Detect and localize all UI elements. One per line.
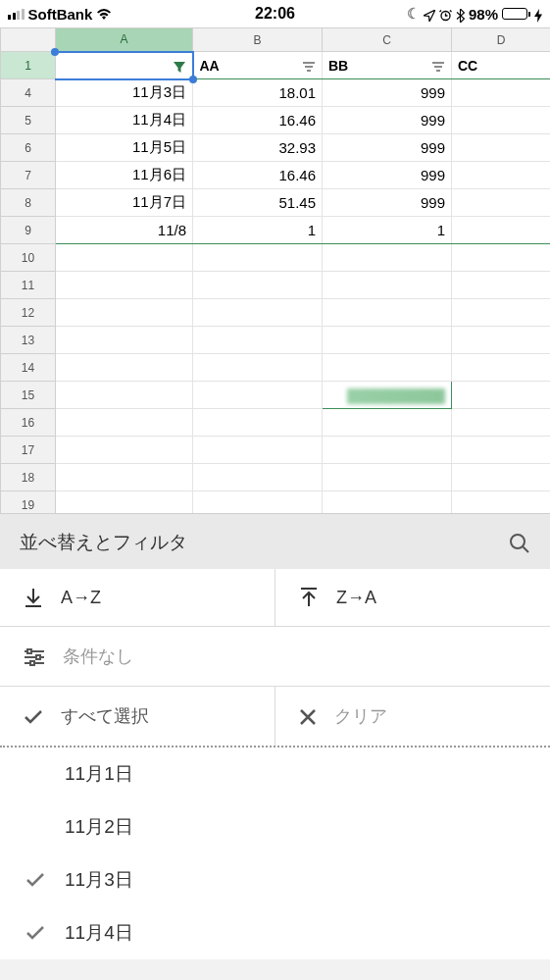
row-header[interactable]: 18 bbox=[1, 464, 56, 491]
clear-button[interactable]: クリア bbox=[275, 687, 550, 746]
cell[interactable] bbox=[56, 299, 193, 327]
row-header[interactable]: 11 bbox=[1, 272, 56, 299]
cell[interactable] bbox=[323, 464, 452, 491]
row-header[interactable]: 9 bbox=[1, 217, 56, 244]
cell[interactable]: 51.45 bbox=[193, 189, 323, 217]
cell[interactable] bbox=[452, 437, 551, 464]
cell-d1[interactable]: CC bbox=[452, 52, 551, 79]
cell[interactable] bbox=[452, 107, 551, 134]
cell[interactable] bbox=[323, 437, 452, 464]
row-header[interactable]: 19 bbox=[1, 491, 56, 514]
row-header[interactable]: 15 bbox=[1, 382, 56, 409]
cell[interactable] bbox=[323, 491, 452, 514]
cell[interactable] bbox=[193, 244, 323, 272]
cell[interactable] bbox=[56, 382, 193, 409]
cell[interactable]: 16.46 bbox=[193, 107, 323, 134]
cell[interactable] bbox=[56, 272, 193, 299]
filter-condition-button[interactable]: 条件なし bbox=[0, 627, 550, 687]
row-header[interactable]: 17 bbox=[1, 437, 56, 464]
cell[interactable] bbox=[452, 217, 551, 244]
cell[interactable]: 18.01 bbox=[193, 79, 323, 107]
cell[interactable] bbox=[56, 464, 193, 491]
col-header-c[interactable]: C bbox=[323, 28, 452, 52]
cell[interactable] bbox=[56, 244, 193, 272]
cell[interactable] bbox=[56, 491, 193, 514]
cell-a1[interactable] bbox=[56, 52, 193, 79]
filter-funnel-icon[interactable] bbox=[173, 57, 186, 73]
cell[interactable] bbox=[193, 409, 323, 437]
cell[interactable]: 1 bbox=[323, 217, 452, 244]
filter-icon[interactable] bbox=[302, 58, 316, 74]
corner-cell[interactable] bbox=[1, 28, 56, 52]
cell[interactable] bbox=[452, 162, 551, 189]
cell[interactable] bbox=[56, 437, 193, 464]
cell[interactable] bbox=[452, 134, 551, 162]
select-all-button[interactable]: すべて選択 bbox=[0, 687, 275, 746]
row-header[interactable]: 14 bbox=[1, 354, 56, 382]
cell[interactable] bbox=[323, 354, 452, 382]
selection-handle-icon[interactable] bbox=[189, 76, 197, 83]
cell[interactable] bbox=[56, 409, 193, 437]
cell[interactable]: 32.93 bbox=[193, 134, 323, 162]
cell[interactable] bbox=[452, 354, 551, 382]
cell[interactable] bbox=[193, 272, 323, 299]
col-header-b[interactable]: B bbox=[193, 28, 323, 52]
row-header[interactable]: 1 bbox=[1, 52, 56, 79]
selected-cell[interactable] bbox=[323, 382, 452, 409]
cell[interactable] bbox=[193, 327, 323, 354]
cell[interactable] bbox=[323, 327, 452, 354]
cell[interactable] bbox=[56, 354, 193, 382]
sort-ascending-button[interactable]: A→Z bbox=[0, 569, 275, 626]
cell[interactable]: 1 bbox=[193, 217, 323, 244]
row-header[interactable]: 8 bbox=[1, 189, 56, 217]
cell[interactable]: 999 bbox=[323, 79, 452, 107]
row-header[interactable]: 6 bbox=[1, 134, 56, 162]
cell[interactable]: 11月3日 bbox=[56, 79, 193, 107]
cell[interactable] bbox=[323, 244, 452, 272]
filter-value-item[interactable]: 11月2日 bbox=[0, 800, 550, 853]
filter-icon[interactable] bbox=[431, 58, 445, 74]
cell[interactable] bbox=[452, 299, 551, 327]
cell[interactable] bbox=[452, 491, 551, 514]
cell[interactable] bbox=[323, 272, 452, 299]
row-header[interactable]: 4 bbox=[1, 79, 56, 107]
sort-descending-button[interactable]: Z→A bbox=[275, 569, 550, 626]
cell[interactable] bbox=[193, 464, 323, 491]
cell[interactable]: 999 bbox=[323, 189, 452, 217]
row-header[interactable]: 12 bbox=[1, 299, 56, 327]
cell[interactable] bbox=[452, 327, 551, 354]
cell[interactable] bbox=[452, 464, 551, 491]
cell[interactable] bbox=[56, 327, 193, 354]
cell[interactable] bbox=[452, 189, 551, 217]
row-header[interactable]: 16 bbox=[1, 409, 56, 437]
cell[interactable]: 11/8 bbox=[56, 217, 193, 244]
col-header-d[interactable]: D bbox=[452, 28, 551, 52]
cell[interactable]: 999 bbox=[323, 162, 452, 189]
spreadsheet[interactable]: A B C D 1 AA BB bbox=[0, 27, 550, 513]
col-header-a[interactable]: A bbox=[56, 28, 193, 52]
row-header[interactable]: 10 bbox=[1, 244, 56, 272]
cell[interactable] bbox=[452, 244, 551, 272]
cell[interactable] bbox=[193, 354, 323, 382]
cell[interactable] bbox=[452, 272, 551, 299]
filter-value-item[interactable]: 11月3日 bbox=[0, 853, 550, 906]
cell[interactable] bbox=[452, 409, 551, 437]
cell[interactable] bbox=[323, 409, 452, 437]
cell[interactable]: 999 bbox=[323, 134, 452, 162]
filter-value-item[interactable]: 11月1日 bbox=[0, 748, 550, 800]
cell-b1[interactable]: AA bbox=[193, 52, 323, 79]
cell-c1[interactable]: BB bbox=[323, 52, 452, 79]
cell[interactable] bbox=[193, 437, 323, 464]
cell[interactable] bbox=[452, 79, 551, 107]
cell[interactable]: 11月4日 bbox=[56, 107, 193, 134]
row-header[interactable]: 5 bbox=[1, 107, 56, 134]
cell[interactable] bbox=[193, 299, 323, 327]
cell[interactable] bbox=[323, 299, 452, 327]
filter-value-item[interactable]: 11月4日 bbox=[0, 906, 550, 959]
cell[interactable]: 11月6日 bbox=[56, 162, 193, 189]
cell[interactable]: 11月5日 bbox=[56, 134, 193, 162]
cell[interactable]: 16.46 bbox=[193, 162, 323, 189]
selection-handle-icon[interactable] bbox=[51, 48, 59, 56]
cell[interactable]: 11月7日 bbox=[56, 189, 193, 217]
cell[interactable] bbox=[452, 382, 551, 409]
